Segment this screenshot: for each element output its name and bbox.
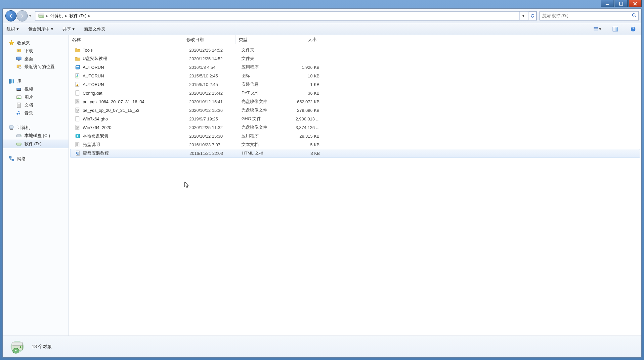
column-size[interactable]: 大小 — [287, 35, 320, 44]
file-size: 3,874,126 ... — [290, 125, 323, 130]
svg-point-78 — [15, 350, 17, 351]
status-bar: 13 个对象 — [3, 336, 641, 357]
search-icon — [632, 13, 636, 19]
file-row[interactable]: Win7x64_20202020/12/25 11:32光盘映像文件3,874,… — [70, 123, 640, 132]
computer-icon — [9, 125, 15, 131]
svg-text:?: ? — [632, 26, 634, 31]
chevron-down-icon: ▾ — [72, 26, 75, 31]
document-icon — [16, 102, 22, 108]
file-date: 2020/10/12 15:42 — [186, 91, 238, 96]
picture-icon — [16, 94, 22, 100]
sidebar-item-music[interactable]: 音乐 — [3, 109, 68, 117]
file-row[interactable]: pe_yqs_xp_20_07_31_15_532020/10/12 15:36… — [70, 106, 640, 114]
file-row[interactable]: AUTORUN2015/5/10 2:45图标10 KB — [70, 71, 640, 80]
chevron-down-icon: ▾ — [17, 26, 19, 31]
sidebar-item-recent[interactable]: 最近访问的位置 — [3, 63, 68, 71]
file-type: 光盘映像文件 — [238, 107, 290, 113]
sidebar-item-pictures[interactable]: 图片 — [3, 93, 68, 101]
maximize-button[interactable] — [615, 0, 628, 7]
chevron-right-icon[interactable]: ▸ — [45, 13, 49, 18]
address-dropdown-button[interactable]: ▾ — [519, 12, 527, 20]
titlebar — [2, 0, 642, 8]
svg-point-64 — [77, 127, 78, 128]
file-row[interactable]: 光盘说明2016/10/23 7:07文本文档5 KB — [70, 140, 640, 149]
status-text: 13 个对象 — [32, 344, 52, 350]
nav-history-dropdown[interactable]: ▾ — [28, 13, 32, 18]
file-icon — [75, 150, 81, 156]
file-row[interactable]: Win7x64.gho2019/9/7 19:25GHO 文件2,900,813… — [70, 114, 640, 123]
svg-rect-10 — [595, 27, 598, 28]
file-date: 2019/9/7 19:25 — [186, 116, 238, 121]
view-mode-button[interactable]: ▾ — [593, 25, 602, 33]
file-date: 2015/5/10 2:45 — [186, 82, 238, 87]
computer-group: 计算机 本地磁盘 (C:) 软件 (D:) — [3, 124, 68, 148]
help-button[interactable]: ? — [629, 25, 637, 33]
star-icon — [9, 40, 15, 46]
address-bar[interactable]: ▸ 计算机 ▸ 软件 (D:) ▸ ▾ — [35, 11, 537, 21]
file-size: 2,900,813 ... — [290, 116, 323, 121]
sidebar-item-downloads[interactable]: 下载 — [3, 47, 68, 55]
file-row[interactable]: Config.dat2020/10/12 15:42DAT 文件36 KB — [70, 89, 640, 97]
close-button[interactable] — [628, 0, 642, 7]
back-button[interactable] — [5, 10, 17, 22]
forward-button[interactable] — [17, 10, 28, 22]
sidebar-item-desktop[interactable]: 桌面 — [3, 55, 68, 63]
preview-pane-button[interactable] — [611, 25, 620, 33]
file-row[interactable]: AUTORUN2016/1/8 4:54应用程序1,926 KB — [70, 63, 640, 71]
file-name: Tools — [83, 48, 93, 53]
file-type: 文件夹 — [238, 47, 290, 53]
file-type: 应用程序 — [238, 64, 290, 70]
refresh-button[interactable] — [529, 12, 537, 20]
file-date: 2020/12/25 14:52 — [186, 56, 238, 61]
network-header[interactable]: 网络 — [3, 155, 68, 163]
file-row[interactable]: pe_yqs_1064_20_07_31_16_042020/10/12 15:… — [70, 97, 640, 106]
svg-point-7 — [632, 14, 635, 16]
svg-rect-43 — [9, 157, 11, 158]
include-in-library-menu[interactable]: 包含到库中▾ — [28, 26, 53, 32]
drive-icon — [16, 133, 22, 139]
file-name: 硬盘安装教程 — [83, 150, 109, 156]
chevron-right-icon[interactable]: ▸ — [64, 13, 68, 18]
share-menu[interactable]: 共享▾ — [63, 26, 75, 32]
file-name: AUTORUN — [83, 65, 104, 70]
svg-rect-48 — [76, 66, 79, 67]
file-list[interactable]: Tools2020/12/25 14:52文件夹U盘安装教程2020/12/25… — [69, 44, 641, 336]
file-name: 光盘说明 — [83, 142, 100, 148]
libraries-header[interactable]: 库 — [3, 77, 68, 85]
new-folder-button[interactable]: 新建文件夹 — [84, 26, 106, 32]
file-icon — [75, 99, 81, 105]
minimize-button[interactable] — [601, 0, 614, 7]
file-row[interactable]: 硬盘安装教程2016/11/21 22:03HTML 文档3 KB — [70, 149, 640, 158]
file-row[interactable]: U盘安装教程2020/12/25 14:52文件夹 — [70, 54, 640, 63]
column-headers: 名称 修改日期 类型 大小 — [69, 35, 641, 44]
svg-rect-17 — [616, 27, 618, 31]
file-row[interactable]: Tools2020/12/25 14:52文件夹 — [70, 46, 640, 54]
breadcrumb-computer[interactable]: 计算机 — [49, 12, 64, 20]
svg-rect-74 — [12, 342, 22, 345]
search-box[interactable] — [539, 11, 639, 21]
svg-rect-30 — [17, 88, 21, 90]
file-row[interactable]: 本地硬盘安装2020/10/12 15:30应用程序28,315 KB — [70, 132, 640, 140]
sidebar-item-drive-c[interactable]: 本地磁盘 (C:) — [3, 132, 68, 140]
search-input[interactable] — [542, 13, 632, 18]
navigation-pane[interactable]: 收藏夹 下载 桌面 最近访问的位置 库 视频 图片 文档 音乐 计算机 本地磁盘… — [3, 35, 69, 336]
column-type[interactable]: 类型 — [236, 35, 287, 44]
file-type: 光盘映像文件 — [238, 99, 290, 105]
sidebar-item-documents[interactable]: 文档 — [3, 101, 68, 109]
column-name[interactable]: 名称 — [69, 35, 183, 44]
file-icon — [75, 107, 81, 113]
downloads-icon — [16, 48, 22, 54]
window-chrome: ▾ ▸ 计算机 ▸ 软件 (D:) ▸ ▾ — [2, 8, 642, 358]
file-size: 5 KB — [290, 142, 323, 147]
column-date[interactable]: 修改日期 — [183, 35, 236, 44]
organize-menu[interactable]: 组织▾ — [7, 26, 19, 32]
breadcrumb-drive[interactable]: 软件 (D:) — [68, 12, 88, 20]
svg-rect-23 — [18, 60, 20, 61]
file-row[interactable]: AUTORUN2015/5/10 2:45安装信息1 KB — [70, 80, 640, 89]
file-name: AUTORUN — [83, 73, 104, 78]
chevron-right-icon[interactable]: ▸ — [88, 13, 91, 18]
computer-header[interactable]: 计算机 — [3, 124, 68, 132]
favorites-header[interactable]: 收藏夹 — [3, 39, 68, 47]
sidebar-item-drive-d[interactable]: 软件 (D:) — [3, 140, 68, 148]
sidebar-item-videos[interactable]: 视频 — [3, 85, 68, 93]
